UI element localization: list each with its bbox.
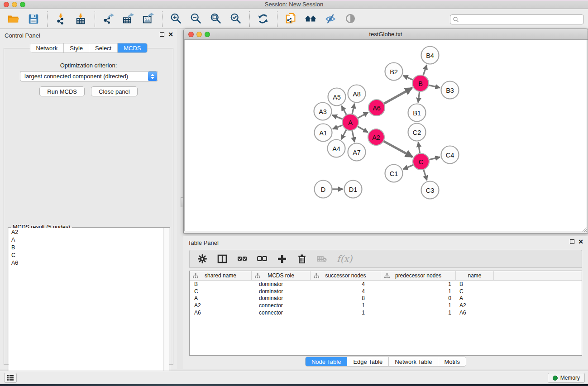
column-header-shared-name[interactable]: shared name <box>190 271 252 280</box>
tab-motifs[interactable]: Motifs <box>438 357 466 366</box>
table-row[interactable]: Adominator80A <box>190 295 582 302</box>
cell-name[interactable]: B <box>456 281 494 287</box>
cell-MCDS-role[interactable]: dominator <box>252 288 311 295</box>
duplicate-network-button[interactable] <box>284 12 298 26</box>
gear-button[interactable] <box>197 254 207 264</box>
show-graphics-button[interactable] <box>344 12 358 26</box>
graph-node-A[interactable]: A <box>342 114 359 130</box>
cell-name[interactable]: C <box>456 288 494 295</box>
cell-shared-name[interactable]: C <box>190 288 252 295</box>
graph-edge-A-A2[interactable] <box>357 126 368 132</box>
cell-name[interactable]: A <box>456 295 494 301</box>
graph-node-B2[interactable]: B2 <box>385 63 403 81</box>
graph-edge-A-A4[interactable] <box>341 129 347 139</box>
graph-edge-B-B4[interactable] <box>423 65 427 76</box>
graph-node-B[interactable]: B <box>412 75 429 91</box>
tab-network[interactable]: Network <box>30 43 64 52</box>
graph-node-A1[interactable]: A1 <box>315 124 332 142</box>
cell-MCDS-role[interactable]: connector <box>252 310 311 316</box>
graph-edge-A-A8[interactable] <box>352 104 354 115</box>
mcds-result-item[interactable]: A6 <box>9 259 163 267</box>
float-table-panel-icon[interactable] <box>570 239 574 244</box>
open-session-button[interactable] <box>6 12 21 26</box>
zoom-out-button[interactable] <box>189 12 203 26</box>
hide-graphics-button[interactable] <box>324 12 338 26</box>
mcds-result-item[interactable]: A <box>9 236 163 243</box>
cell-predecessor-nodes[interactable]: 1 <box>381 281 456 287</box>
graph-edge-A6-B[interactable] <box>383 88 412 104</box>
run-mcds-button[interactable]: Run MCDS <box>39 86 85 96</box>
import-table-button[interactable] <box>74 12 88 26</box>
search-input[interactable] <box>450 14 584 24</box>
graph-edge-A-A1[interactable] <box>333 125 344 129</box>
graph-node-A5[interactable]: A5 <box>328 88 346 106</box>
table-row[interactable]: A6connector11A6 <box>190 309 582 316</box>
graph-node-B1[interactable]: B1 <box>408 104 426 122</box>
close-table-panel-icon[interactable]: ✕ <box>578 239 583 244</box>
cell-predecessor-nodes[interactable]: 1 <box>381 288 456 295</box>
cell-successor-nodes[interactable]: 4 <box>311 288 381 295</box>
graph-edge-C-C1[interactable] <box>403 164 415 169</box>
cell-shared-name[interactable]: A2 <box>190 302 252 309</box>
mcds-result-item[interactable]: A2 <box>9 228 163 236</box>
window-resize-grip[interactable] <box>581 226 587 232</box>
graph-node-A4[interactable]: A4 <box>328 140 345 157</box>
criterion-select[interactable]: largest connected component (directed) <box>20 71 158 81</box>
table-row[interactable]: A2connector11A2 <box>190 302 582 309</box>
cell-MCDS-role[interactable]: dominator <box>252 281 311 287</box>
import-network-button[interactable] <box>54 12 68 26</box>
graph-node-A3[interactable]: A3 <box>314 103 332 120</box>
zoom-in-button[interactable] <box>169 12 183 26</box>
graph-node-A8[interactable]: A8 <box>348 85 366 103</box>
memory-button[interactable]: Memory <box>548 373 585 383</box>
close-panel-button[interactable]: Close panel <box>91 86 138 96</box>
close-panel-icon[interactable]: ✕ <box>168 32 173 37</box>
graph-node-C1[interactable]: C1 <box>385 165 403 182</box>
tab-network-table[interactable]: Network Table <box>389 357 438 366</box>
save-session-button[interactable] <box>26 12 41 26</box>
cell-name[interactable]: A2 <box>456 302 494 309</box>
home-button[interactable] <box>304 12 318 26</box>
graph-edge-B-B1[interactable] <box>418 91 420 103</box>
graph-edge-B-B3[interactable] <box>428 85 440 88</box>
graph-edge-A-A6[interactable] <box>357 112 368 119</box>
export-network-button[interactable] <box>101 12 116 26</box>
graph-edge-A-A7[interactable] <box>352 129 354 142</box>
network-window-titlebar[interactable]: testGlobe.txt <box>184 29 588 40</box>
cell-shared-name[interactable]: A <box>190 295 252 301</box>
column-header-predecessor-nodes[interactable]: predecessor nodes <box>381 271 456 280</box>
graph-node-A2[interactable]: A2 <box>368 129 384 145</box>
cell-name[interactable]: A6 <box>456 310 494 316</box>
tab-select[interactable]: Select <box>89 43 118 52</box>
mcds-list-scrollbar[interactable] <box>164 228 169 379</box>
column-header-name[interactable]: name <box>456 271 494 280</box>
cell-predecessor-nodes[interactable]: 1 <box>381 302 456 309</box>
zoom-fit-button[interactable] <box>209 12 223 26</box>
float-panel-icon[interactable] <box>160 32 164 37</box>
graph-edge-A-A3[interactable] <box>332 115 344 119</box>
refresh-layout-button[interactable] <box>256 12 271 26</box>
cell-shared-name[interactable]: B <box>190 281 252 287</box>
delete-column-button[interactable] <box>297 254 307 264</box>
cell-successor-nodes[interactable]: 4 <box>311 281 381 287</box>
mcds-result-item[interactable]: C <box>9 251 163 259</box>
cell-predecessor-nodes[interactable]: 1 <box>381 310 456 316</box>
graph-node-A7[interactable]: A7 <box>348 143 366 161</box>
graph-edge-A-A5[interactable] <box>342 106 347 116</box>
graph-node-C4[interactable]: C4 <box>441 146 459 164</box>
tab-edge-table[interactable]: Edge Table <box>347 357 389 366</box>
graph-node-D[interactable]: D <box>315 181 332 198</box>
cell-shared-name[interactable]: A6 <box>190 310 252 316</box>
graph-edge-C-C4[interactable] <box>428 157 440 160</box>
table-row[interactable]: Bdominator41B <box>190 281 582 288</box>
cell-successor-nodes[interactable]: 1 <box>311 302 381 309</box>
cell-predecessor-nodes[interactable]: 0 <box>381 295 456 301</box>
zoom-selected-button[interactable] <box>229 12 243 26</box>
cell-MCDS-role[interactable]: connector <box>252 302 311 309</box>
network-canvas[interactable]: AA1A2A3A4A5A6A7A8BB1B2B3B4CC1C2C3C4DD1 <box>184 40 587 231</box>
graph-edge-A2-C[interactable] <box>382 141 413 157</box>
export-image-button[interactable] <box>141 12 156 26</box>
graph-node-C2[interactable]: C2 <box>408 124 426 141</box>
column-header-MCDS-role[interactable]: MCDS role <box>252 271 311 280</box>
graph-node-A6[interactable]: A6 <box>368 100 385 116</box>
